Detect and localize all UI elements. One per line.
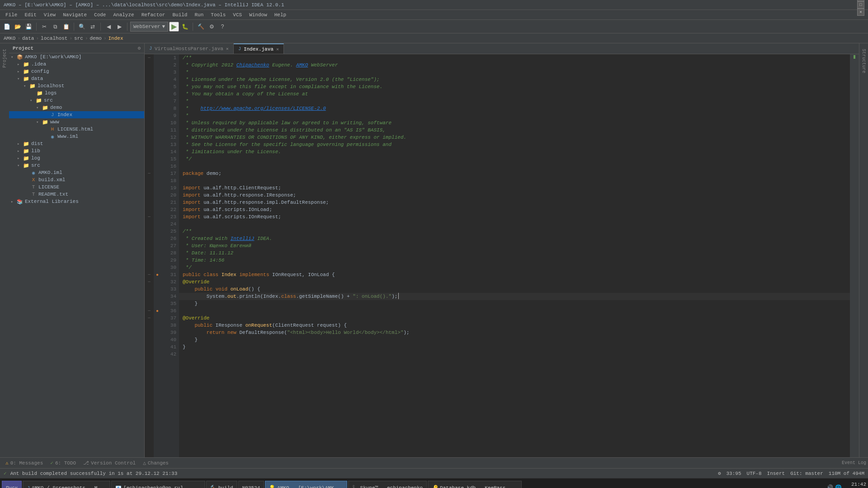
breadcrumb-localhost[interactable]: localhost bbox=[41, 36, 67, 41]
event-log-button[interactable]: Event Log bbox=[842, 460, 866, 465]
status-encoding[interactable]: UTF-8 bbox=[747, 471, 762, 476]
settings-button[interactable]: ⚙ bbox=[207, 22, 217, 32]
tree-item-www-iml[interactable]: ◉Www.iml bbox=[9, 133, 144, 140]
run-marker[interactable] bbox=[154, 163, 161, 170]
copy-button[interactable]: ⧉ bbox=[50, 22, 60, 32]
code-line[interactable]: import ua.alf.http.response.IResponse; bbox=[179, 192, 850, 199]
fold-marker[interactable] bbox=[145, 61, 154, 69]
run-marker[interactable] bbox=[154, 177, 161, 184]
tree-item-demo[interactable]: ▾📁demo bbox=[9, 104, 144, 111]
paste-button[interactable]: 📋 bbox=[61, 22, 71, 32]
run-marker[interactable] bbox=[154, 206, 161, 213]
code-line[interactable]: System.out.println(Index.class.getSimple… bbox=[179, 293, 850, 300]
status-insert-mode[interactable]: Insert bbox=[767, 471, 785, 476]
code-line[interactable]: * bbox=[179, 69, 850, 76]
code-line[interactable]: public void onLoad() { bbox=[179, 286, 850, 293]
taskbar-item-n03524[interactable]: N03524 bbox=[238, 481, 264, 488]
code-line[interactable]: * you may not use this file except in co… bbox=[179, 83, 850, 90]
fold-marker[interactable] bbox=[145, 293, 154, 300]
breadcrumb-src[interactable]: src bbox=[74, 36, 83, 41]
code-line[interactable]: * User: Ющенко Евгений bbox=[179, 242, 850, 249]
menu-item-build[interactable]: Build bbox=[169, 11, 191, 19]
run-marker[interactable] bbox=[154, 286, 161, 293]
fold-marker[interactable] bbox=[145, 300, 154, 307]
taskbar-item-skype[interactable]: 📞 Skype™ - echipachenko bbox=[348, 481, 427, 488]
fold-marker[interactable] bbox=[145, 264, 154, 271]
fold-marker[interactable] bbox=[145, 76, 154, 83]
run-marker[interactable] bbox=[154, 343, 161, 351]
fold-marker[interactable] bbox=[145, 235, 154, 242]
code-line[interactable]: import ua.alf.scripts.IOnRequest; bbox=[179, 213, 850, 221]
code-line[interactable]: * Copyright 2012 Chipachenko Eugene. AMK… bbox=[179, 61, 850, 69]
tab-virtual-hosts-parser[interactable]: J VirtualHostsParser.java ✕ bbox=[145, 43, 234, 54]
breadcrumb-data[interactable]: data bbox=[22, 36, 34, 41]
code-editor[interactable]: /** * Copyright 2012 Chipachenko Eugene.… bbox=[179, 54, 850, 457]
start-button[interactable]: Пуск bbox=[2, 481, 22, 488]
run-config-dropdown[interactable]: WebServer ▼ bbox=[130, 22, 168, 32]
run-marker[interactable] bbox=[154, 228, 161, 235]
save-button[interactable]: 💾 bbox=[24, 22, 33, 32]
tree-item-lib[interactable]: ▸📁lib bbox=[9, 147, 144, 155]
fold-marker[interactable] bbox=[145, 141, 154, 148]
code-line[interactable] bbox=[179, 163, 850, 170]
fold-marker[interactable] bbox=[145, 329, 154, 336]
code-line[interactable]: * bbox=[179, 112, 850, 119]
fold-marker[interactable] bbox=[145, 127, 154, 134]
run-marker[interactable] bbox=[154, 278, 161, 286]
tree-item-localhost[interactable]: ▾📁localhost bbox=[9, 82, 144, 89]
run-marker[interactable] bbox=[154, 69, 161, 76]
messages-tab[interactable]: ⚠ 0: Messages bbox=[2, 459, 47, 467]
fold-marker[interactable] bbox=[145, 105, 154, 112]
fold-marker[interactable]: ─ bbox=[145, 54, 154, 61]
tree-item-www[interactable]: ▾📁www bbox=[9, 118, 144, 126]
tree-item-src-root[interactable]: ▾📁src bbox=[9, 162, 144, 169]
run-marker[interactable] bbox=[154, 192, 161, 199]
fold-marker[interactable] bbox=[145, 163, 154, 170]
run-marker[interactable] bbox=[154, 98, 161, 105]
run-marker[interactable] bbox=[154, 112, 161, 119]
run-marker[interactable] bbox=[154, 242, 161, 249]
code-line[interactable]: * distributed under the License is distr… bbox=[179, 127, 850, 134]
code-line[interactable] bbox=[179, 307, 850, 314]
fold-marker[interactable] bbox=[145, 177, 154, 184]
fold-marker[interactable] bbox=[145, 192, 154, 199]
tree-item-license-root[interactable]: TLICENSE bbox=[9, 183, 144, 191]
status-settings-icon[interactable]: ⚙ bbox=[718, 470, 721, 476]
fold-marker[interactable] bbox=[145, 351, 154, 358]
fold-marker[interactable] bbox=[145, 286, 154, 293]
code-line[interactable]: } bbox=[179, 336, 850, 343]
changes-tab[interactable]: △ Changes bbox=[139, 459, 172, 467]
structure-tool-button[interactable]: Structure bbox=[860, 45, 867, 77]
tree-item-config[interactable]: ▸📁config bbox=[9, 68, 144, 75]
maximize-button[interactable]: □ bbox=[857, 1, 864, 9]
open-button[interactable]: 📂 bbox=[13, 22, 23, 32]
code-line[interactable] bbox=[179, 221, 850, 228]
run-marker[interactable] bbox=[154, 54, 161, 61]
forward-button[interactable]: ▶ bbox=[114, 22, 124, 32]
tree-item-amko-iml[interactable]: ◉AMKO.iml bbox=[9, 169, 144, 176]
run-marker[interactable] bbox=[154, 119, 161, 127]
code-line[interactable]: * Time: 14:56 bbox=[179, 257, 850, 264]
run-marker[interactable] bbox=[154, 199, 161, 206]
menu-item-run[interactable]: Run bbox=[191, 11, 207, 19]
menu-item-file[interactable]: File bbox=[2, 11, 21, 19]
tree-item-license[interactable]: HLICENSE.html bbox=[9, 126, 144, 133]
code-line[interactable]: * You may obtain a copy of the License a… bbox=[179, 90, 850, 98]
fold-marker[interactable]: ─ bbox=[145, 213, 154, 221]
fold-marker[interactable] bbox=[145, 112, 154, 119]
breadcrumb-index[interactable]: Index bbox=[108, 36, 123, 41]
fold-marker[interactable] bbox=[145, 322, 154, 329]
tree-item-amko-root[interactable]: ▾📦AMKO [E:\work\AMKO] bbox=[9, 53, 144, 61]
todo-tab[interactable]: ✓ 6: TODO bbox=[47, 459, 80, 467]
taskbar-item-amko[interactable]: 💡 AMKO - [E:\work\AMK... bbox=[265, 481, 347, 488]
fold-marker[interactable] bbox=[145, 206, 154, 213]
run-marker[interactable] bbox=[154, 170, 161, 177]
fold-marker[interactable] bbox=[145, 134, 154, 141]
new-file-button[interactable]: 📄 bbox=[2, 22, 12, 32]
code-line[interactable]: import ua.alf.http.ClientRequest; bbox=[179, 184, 850, 192]
code-line[interactable]: } bbox=[179, 300, 850, 307]
tab-index[interactable]: J Index.java ✕ bbox=[234, 43, 284, 54]
run-marker[interactable]: ● bbox=[154, 307, 161, 314]
tree-item-dist[interactable]: ▸📁dist bbox=[9, 140, 144, 147]
code-line[interactable]: * Licensed under the Apache License, Ver… bbox=[179, 76, 850, 83]
